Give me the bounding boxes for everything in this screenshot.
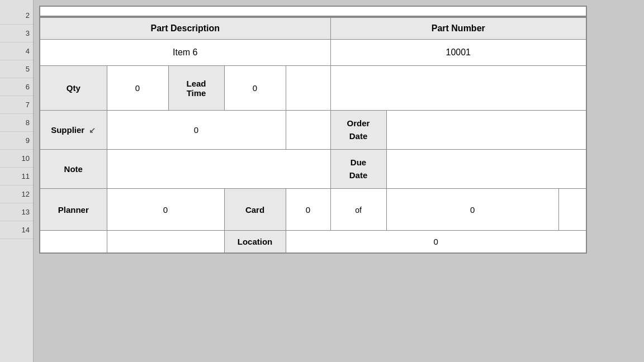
- empty-supplier-cell: [286, 111, 330, 150]
- order-date-value-cell: [386, 111, 586, 150]
- row-num-10: 10: [0, 150, 33, 168]
- row-num-7: 7: [0, 96, 33, 114]
- planner-card-location-row: Planner 0 Card 0 of 0: [40, 189, 586, 231]
- card-of-cell: of: [330, 189, 386, 231]
- card-value2-cell: 0: [386, 189, 558, 231]
- row-num-9: 9: [0, 132, 33, 150]
- card-value1-cell: 0: [286, 189, 330, 231]
- planner-label-cell: Planner: [40, 189, 107, 231]
- row-num-8: 8: [0, 114, 33, 132]
- card-right-empty: [558, 189, 586, 231]
- header-row: Part Description Part Number: [40, 17, 586, 40]
- supplier-orderdate-row: Supplier ↙ 0 Order Date: [40, 111, 586, 150]
- location-value-cell: 0: [286, 231, 586, 253]
- supplier-value-cell: 0: [107, 111, 286, 150]
- location-label-cell: Location: [224, 231, 286, 253]
- row-num-12: 12: [0, 185, 33, 203]
- lead-time-label-cell: Lead Time: [168, 66, 224, 111]
- row-num-4: 4: [0, 42, 33, 60]
- order-date-label-cell: Order Date: [330, 111, 386, 150]
- part-number-cell: 10001: [330, 40, 586, 66]
- row-num-11: 11: [0, 168, 33, 185]
- lead-time-value-cell: 0: [224, 66, 286, 111]
- item-row: Item 6 10001: [40, 40, 586, 66]
- row-num-6: 6: [0, 78, 33, 96]
- note-duedate-row: Note Due Date: [40, 150, 586, 189]
- card-label-cell: Card: [224, 189, 286, 231]
- part-number-header: Part Number: [330, 17, 586, 40]
- row-num-5: 5: [0, 60, 33, 78]
- qty-label-cell: Qty: [40, 66, 107, 111]
- cursor-icon: ↙: [89, 126, 96, 135]
- due-date-value-cell: [386, 150, 586, 189]
- location-row: Location 0: [40, 231, 586, 253]
- qty-leadtime-row: Qty 0 Lead Time 0: [40, 66, 586, 111]
- supplier-label-cell: Supplier ↙: [40, 111, 107, 150]
- due-date-label-cell: Due Date: [330, 150, 386, 189]
- row-num-14: 14: [0, 221, 33, 239]
- main-area: Part Description Part Number Item 6 1000…: [34, 0, 644, 362]
- app-wrapper: 2 3 4 5 6 7 8 9 10 11 12 13 14 Part Desc…: [0, 0, 644, 362]
- row-num-2: 2: [0, 7, 33, 25]
- part-description-header: Part Description: [40, 17, 330, 40]
- right-empty-qty: [330, 66, 586, 111]
- top-row-table: [39, 6, 587, 17]
- empty-cell-1: [286, 66, 330, 111]
- row-num-13: 13: [0, 203, 33, 221]
- planner-bottom-empty: [40, 231, 107, 253]
- row-numbers-column: 2 3 4 5 6 7 8 9 10 11 12 13 14: [0, 0, 34, 362]
- planner-bottom-value: [107, 231, 224, 253]
- item-description-cell: Item 6: [40, 40, 330, 66]
- note-label-cell: Note: [40, 150, 107, 189]
- note-value-cell: [107, 150, 330, 189]
- kanban-card-table: Part Description Part Number Item 6 1000…: [39, 17, 587, 254]
- row-num-3: 3: [0, 25, 33, 42]
- qty-value-cell: 0: [107, 66, 168, 111]
- planner-value-cell: 0: [107, 189, 224, 231]
